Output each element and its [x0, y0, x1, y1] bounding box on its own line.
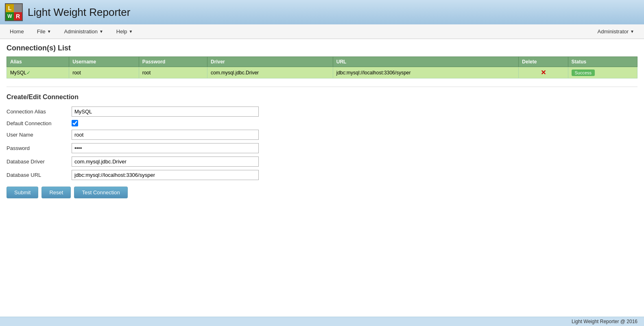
input-connection-alias[interactable]	[72, 106, 259, 117]
col-username: Username	[69, 57, 139, 67]
reset-button[interactable]: Reset	[41, 187, 71, 198]
label-database-url: Database URL	[7, 172, 72, 178]
col-password: Password	[139, 57, 207, 67]
app-title: Light Weight Reporter	[28, 6, 130, 19]
connections-list-title: Connection(s) List	[7, 44, 637, 52]
navbar: Home File ▼ Administration ▼ Help ▼ Admi…	[0, 24, 644, 39]
form-row-alias: Connection Alias	[7, 106, 637, 117]
form-row-default-connection: Default Connection	[7, 120, 637, 126]
cell-password: root	[139, 67, 207, 78]
admin-dropdown-icon: ▼	[630, 29, 634, 34]
cell-url: jdbc:mysql://localhost:3306/sysper	[333, 67, 519, 78]
input-user-name[interactable]	[72, 130, 259, 140]
cell-driver: com.mysql.jdbc.Driver	[207, 67, 333, 78]
test-connection-button[interactable]: Test Connection	[74, 187, 127, 198]
help-dropdown-icon: ▼	[129, 29, 133, 34]
app-header: L W R Light Weight Reporter	[0, 0, 644, 24]
cell-username: root	[69, 67, 139, 78]
form-row-driver: Database Driver	[7, 156, 637, 167]
form-title: Create/Edit Connection	[7, 93, 637, 101]
table-header-row: Alias Username Password Driver URL Delet…	[7, 57, 637, 67]
file-dropdown-icon: ▼	[47, 29, 51, 34]
label-database-driver: Database Driver	[7, 159, 72, 165]
nav-home[interactable]: Home	[3, 25, 31, 38]
connections-table: Alias Username Password Driver URL Delet…	[7, 57, 637, 78]
label-password: Password	[7, 145, 72, 151]
input-database-driver[interactable]	[72, 156, 259, 167]
navbar-right: Administrator ▼	[591, 25, 641, 38]
button-row: Submit Reset Test Connection	[7, 187, 637, 198]
logo-R: R	[14, 12, 22, 20]
nav-file[interactable]: File ▼	[31, 25, 58, 38]
form-row-url: Database URL	[7, 170, 637, 180]
main-content: Connection(s) List Alias Username Passwo…	[0, 39, 644, 203]
navbar-left: Home File ▼ Administration ▼ Help ▼	[3, 25, 591, 38]
input-database-url[interactable]	[72, 170, 259, 180]
logo-empty	[14, 4, 22, 12]
cell-delete[interactable]: ✕	[519, 67, 568, 78]
app-logo: L W R	[5, 3, 23, 21]
input-password[interactable]	[72, 143, 259, 153]
nav-administration[interactable]: Administration ▼	[58, 25, 110, 38]
checkbox-default-connection[interactable]	[72, 120, 78, 126]
cell-status: Success	[568, 67, 637, 78]
form-section: Create/Edit Connection Connection Alias …	[7, 93, 637, 198]
col-status: Status	[568, 57, 637, 67]
submit-button[interactable]: Submit	[7, 187, 38, 198]
logo-W: W	[6, 12, 14, 20]
form-row-username: User Name	[7, 130, 637, 140]
status-badge: Success	[572, 70, 595, 76]
administration-dropdown-icon: ▼	[99, 29, 103, 34]
label-connection-alias: Connection Alias	[7, 109, 72, 115]
form-row-password: Password	[7, 143, 637, 153]
col-url: URL	[333, 57, 519, 67]
delete-icon[interactable]: ✕	[541, 69, 546, 76]
nav-admin-user[interactable]: Administrator ▼	[591, 25, 641, 38]
logo-L: L	[6, 4, 14, 12]
label-user-name: User Name	[7, 132, 72, 138]
nav-help[interactable]: Help ▼	[110, 25, 140, 38]
col-driver: Driver	[207, 57, 333, 67]
divider	[7, 87, 637, 87]
label-default-connection: Default Connection	[7, 120, 72, 126]
col-alias: Alias	[7, 57, 69, 67]
col-delete: Delete	[519, 57, 568, 67]
cell-alias: MySQL✓	[7, 67, 69, 78]
table-row: MySQL✓ root root com.mysql.jdbc.Driver j…	[7, 67, 637, 78]
alias-check-icon: ✓	[26, 70, 31, 76]
